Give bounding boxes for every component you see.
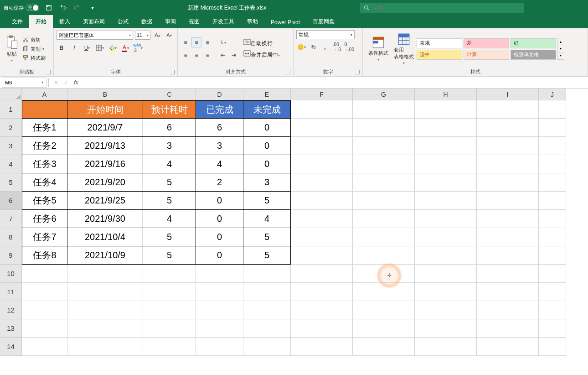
cell-A11[interactable] <box>22 283 67 301</box>
cell-I8[interactable] <box>477 228 539 246</box>
cell-B2[interactable]: 2021/9/7 <box>67 119 143 137</box>
number-format-select[interactable]: 常规▾ <box>296 30 355 39</box>
col-header-D[interactable]: D <box>196 89 243 100</box>
style-normal[interactable]: 常规 <box>417 38 462 48</box>
row-header-14[interactable]: 14 <box>0 338 22 356</box>
cell-E4[interactable]: 0 <box>243 155 291 173</box>
cell-D5[interactable]: 2 <box>196 173 243 192</box>
clipboard-dialog-launcher[interactable] <box>46 70 51 74</box>
tab-公式[interactable]: 公式 <box>111 15 135 28</box>
col-header-A[interactable]: A <box>22 89 67 100</box>
cell-F4[interactable] <box>291 155 353 173</box>
autosave-toggle[interactable]: 自动保存 关 <box>4 5 39 11</box>
align-middle-button[interactable]: ≡ <box>191 37 201 47</box>
cell-F2[interactable] <box>291 119 353 137</box>
cell-E2[interactable]: 0 <box>243 119 291 137</box>
cell-J11[interactable] <box>539 283 566 301</box>
cell-E12[interactable] <box>243 301 291 319</box>
cell-B13[interactable] <box>67 319 143 338</box>
cell-B14[interactable] <box>67 338 143 356</box>
cell-E3[interactable]: 0 <box>243 137 291 155</box>
search-input[interactable] <box>373 5 521 10</box>
cell-J8[interactable] <box>539 228 566 246</box>
cell-G14[interactable] <box>353 338 415 356</box>
comma-button[interactable]: , <box>320 42 330 52</box>
cell-B4[interactable]: 2021/9/16 <box>67 155 143 173</box>
col-header-G[interactable]: G <box>353 89 415 100</box>
cell-G8[interactable] <box>353 228 415 246</box>
style-calc[interactable]: 计算 <box>464 50 509 60</box>
style-neutral[interactable]: 适中 <box>417 50 462 60</box>
tab-文件[interactable]: 文件 <box>5 15 29 28</box>
cell-G13[interactable] <box>353 319 415 338</box>
cell-B9[interactable]: 2021/10/9 <box>67 246 143 265</box>
cell-F7[interactable] <box>291 210 353 228</box>
tab-插入[interactable]: 插入 <box>53 15 77 28</box>
cell-H8[interactable] <box>415 228 477 246</box>
cell-J5[interactable] <box>539 173 566 192</box>
save-button[interactable] <box>44 3 54 13</box>
cell-D13[interactable] <box>196 319 243 338</box>
cell-J13[interactable] <box>539 319 566 338</box>
cell-I3[interactable] <box>477 137 539 155</box>
alignment-dialog-launcher[interactable] <box>286 70 290 74</box>
cell-D9[interactable]: 0 <box>196 246 243 265</box>
cell-F13[interactable] <box>291 319 353 338</box>
cell-J14[interactable] <box>539 338 566 356</box>
tab-开发工具[interactable]: 开发工具 <box>206 15 241 28</box>
confirm-formula-button[interactable]: ✓ <box>62 79 71 86</box>
font-size-select[interactable]: 11▾ <box>135 31 150 40</box>
cell-C1[interactable]: 预计耗时 <box>143 100 196 119</box>
cell-E6[interactable]: 5 <box>243 192 291 210</box>
cell-A7[interactable]: 任务6 <box>22 210 67 228</box>
cell-J1[interactable] <box>539 100 566 119</box>
cell-J6[interactable] <box>539 192 566 210</box>
cell-G11[interactable] <box>353 283 415 301</box>
cell-I9[interactable] <box>477 246 539 265</box>
cell-A2[interactable]: 任务1 <box>22 119 67 137</box>
cell-H4[interactable] <box>415 155 477 173</box>
search-box[interactable] <box>360 3 524 13</box>
cell-F1[interactable] <box>291 100 353 119</box>
cell-I1[interactable] <box>477 100 539 119</box>
cell-J4[interactable] <box>539 155 566 173</box>
cell-E5[interactable]: 3 <box>243 173 291 192</box>
cell-A6[interactable]: 任务5 <box>22 192 67 210</box>
cell-I7[interactable] <box>477 210 539 228</box>
format-table-button[interactable]: 套用 表格格式▾ <box>391 32 417 66</box>
cell-A9[interactable]: 任务8 <box>22 246 67 265</box>
cell-B8[interactable]: 2021/10/4 <box>67 228 143 246</box>
style-bad[interactable]: 差 <box>464 38 509 48</box>
cell-E10[interactable] <box>243 265 291 283</box>
cell-C10[interactable] <box>143 265 196 283</box>
redo-button[interactable]: ▾ <box>73 3 83 13</box>
cell-I6[interactable] <box>477 192 539 210</box>
align-top-button[interactable]: ≡ <box>181 37 191 47</box>
cell-C14[interactable] <box>143 338 196 356</box>
style-good[interactable]: 好 <box>511 38 556 48</box>
cell-H11[interactable] <box>415 283 477 301</box>
style-check[interactable]: 检查单元格 <box>511 50 556 60</box>
cell-G3[interactable] <box>353 137 415 155</box>
cell-J3[interactable] <box>539 137 566 155</box>
cell-H10[interactable] <box>415 265 477 283</box>
row-header-12[interactable]: 12 <box>0 301 22 319</box>
paste-button[interactable]: 粘贴▾ <box>3 34 21 63</box>
cell-B3[interactable]: 2021/9/13 <box>67 137 143 155</box>
row-header-9[interactable]: 9 <box>0 246 22 265</box>
cell-G1[interactable] <box>353 100 415 119</box>
merge-center-button[interactable]: 合并后居中▾ <box>243 50 280 59</box>
cell-I4[interactable] <box>477 155 539 173</box>
row-header-6[interactable]: 6 <box>0 192 22 210</box>
copy-button[interactable]: 复制▾ <box>21 45 47 53</box>
cell-F12[interactable] <box>291 301 353 319</box>
col-header-J[interactable]: J <box>539 89 566 100</box>
cell-E11[interactable] <box>243 283 291 301</box>
row-header-2[interactable]: 2 <box>0 119 22 137</box>
cell-D3[interactable]: 3 <box>196 137 243 155</box>
cell-C2[interactable]: 6 <box>143 119 196 137</box>
cancel-formula-button[interactable]: ✕ <box>52 79 61 86</box>
cell-J10[interactable] <box>539 265 566 283</box>
cell-B11[interactable] <box>67 283 143 301</box>
tab-百度网盘[interactable]: 百度网盘 <box>306 15 341 28</box>
